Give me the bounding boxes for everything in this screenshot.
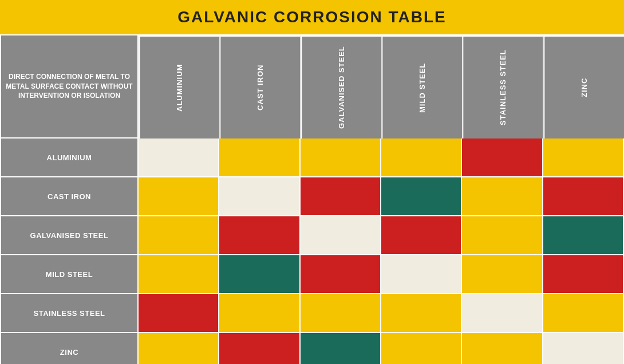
cell-r5-c4 [462,333,543,364]
row-header-zinc: ZINC [1,333,139,364]
table-wrapper: GALVANIC CORROSION TABLE DIRECT CONNECTI… [0,0,624,364]
cell-r5-c3 [381,333,462,364]
col-header-zinc: ZINC [543,35,624,139]
cell-r2-c2 [301,216,381,255]
cell-r0-c0 [139,139,219,177]
cell-r1-c2 [301,177,381,216]
row-header-stainless-steel: STAINLESS STEEL [1,294,139,333]
col-header-aluminium: ALUMINIUM [139,35,219,139]
cell-r5-c0 [139,333,219,364]
cell-r2-c4 [462,216,543,255]
row-header-galvanised-steel: GALVANISED STEEL [1,216,139,255]
corrosion-grid: DIRECT CONNECTION OF METAL TO METAL SURF… [0,34,624,364]
row-header-cast-iron: CAST IRON [1,177,139,216]
cell-r3-c5 [543,255,624,294]
cell-r4-c5 [543,294,624,333]
cell-r1-c4 [462,177,543,216]
header-description: DIRECT CONNECTION OF METAL TO METAL SURF… [1,35,139,139]
cell-r2-c1 [219,216,300,255]
cell-r3-c1 [219,255,300,294]
cell-r5-c1 [219,333,300,364]
cell-r0-c2 [301,139,381,177]
cell-r3-c2 [301,255,381,294]
cell-r3-c0 [139,255,219,294]
cell-r0-c3 [381,139,462,177]
cell-r1-c3 [381,177,462,216]
cell-r3-c4 [462,255,543,294]
cell-r1-c1 [219,177,300,216]
cell-r2-c5 [543,216,624,255]
cell-r3-c3 [381,255,462,294]
cell-r2-c3 [381,216,462,255]
title-bar: GALVANIC CORROSION TABLE [0,0,624,34]
col-header-mild-steel: MILD STEEL [381,35,462,139]
row-header-mild-steel: MILD STEEL [1,255,139,294]
cell-r5-c2 [301,333,381,364]
cell-r2-c0 [139,216,219,255]
page-title: GALVANIC CORROSION TABLE [6,8,618,26]
cell-r4-c3 [381,294,462,333]
cell-r4-c0 [139,294,219,333]
col-header-cast-iron: CAST IRON [219,35,300,139]
cell-r4-c4 [462,294,543,333]
row-header-aluminium: ALUMINIUM [1,139,139,177]
cell-r4-c1 [219,294,300,333]
col-header-galvanised-steel: GALVANISED STEEL [301,35,381,139]
cell-r1-c5 [543,177,624,216]
cell-r4-c2 [301,294,381,333]
cell-r0-c4 [462,139,543,177]
cell-r5-c5 [543,333,624,364]
col-header-stainless-steel: STAINLESS STEEL [462,35,543,139]
cell-r0-c1 [219,139,300,177]
cell-r1-c0 [139,177,219,216]
cell-r0-c5 [543,139,624,177]
